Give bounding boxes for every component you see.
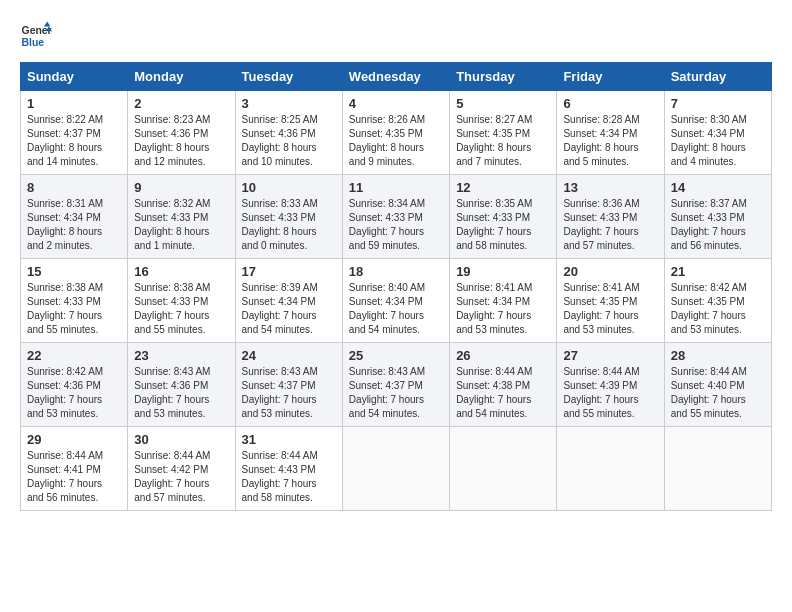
day-number: 1 — [27, 96, 121, 111]
cell-details: Sunrise: 8:44 AM Sunset: 4:40 PM Dayligh… — [671, 365, 765, 421]
calendar-cell: 26 Sunrise: 8:44 AM Sunset: 4:38 PM Dayl… — [450, 343, 557, 427]
cell-details: Sunrise: 8:25 AM Sunset: 4:36 PM Dayligh… — [242, 113, 336, 169]
day-number: 11 — [349, 180, 443, 195]
cell-details: Sunrise: 8:40 AM Sunset: 4:34 PM Dayligh… — [349, 281, 443, 337]
cell-details: Sunrise: 8:39 AM Sunset: 4:34 PM Dayligh… — [242, 281, 336, 337]
calendar-cell: 1 Sunrise: 8:22 AM Sunset: 4:37 PM Dayli… — [21, 91, 128, 175]
calendar-cell: 10 Sunrise: 8:33 AM Sunset: 4:33 PM Dayl… — [235, 175, 342, 259]
cell-details: Sunrise: 8:42 AM Sunset: 4:35 PM Dayligh… — [671, 281, 765, 337]
day-number: 13 — [563, 180, 657, 195]
cell-details: Sunrise: 8:38 AM Sunset: 4:33 PM Dayligh… — [27, 281, 121, 337]
cell-details: Sunrise: 8:28 AM Sunset: 4:34 PM Dayligh… — [563, 113, 657, 169]
day-number: 15 — [27, 264, 121, 279]
calendar-cell: 19 Sunrise: 8:41 AM Sunset: 4:34 PM Dayl… — [450, 259, 557, 343]
calendar-cell: 27 Sunrise: 8:44 AM Sunset: 4:39 PM Dayl… — [557, 343, 664, 427]
day-number: 19 — [456, 264, 550, 279]
cell-details: Sunrise: 8:27 AM Sunset: 4:35 PM Dayligh… — [456, 113, 550, 169]
calendar-cell: 3 Sunrise: 8:25 AM Sunset: 4:36 PM Dayli… — [235, 91, 342, 175]
day-header-wednesday: Wednesday — [342, 63, 449, 91]
day-number: 16 — [134, 264, 228, 279]
day-header-monday: Monday — [128, 63, 235, 91]
calendar-cell: 8 Sunrise: 8:31 AM Sunset: 4:34 PM Dayli… — [21, 175, 128, 259]
day-number: 10 — [242, 180, 336, 195]
day-number: 6 — [563, 96, 657, 111]
calendar-cell — [557, 427, 664, 511]
svg-marker-2 — [44, 22, 50, 27]
calendar-cell: 7 Sunrise: 8:30 AM Sunset: 4:34 PM Dayli… — [664, 91, 771, 175]
day-number: 22 — [27, 348, 121, 363]
day-number: 20 — [563, 264, 657, 279]
cell-details: Sunrise: 8:33 AM Sunset: 4:33 PM Dayligh… — [242, 197, 336, 253]
calendar-cell — [664, 427, 771, 511]
cell-details: Sunrise: 8:43 AM Sunset: 4:37 PM Dayligh… — [242, 365, 336, 421]
calendar-table: SundayMondayTuesdayWednesdayThursdayFrid… — [20, 62, 772, 511]
day-number: 18 — [349, 264, 443, 279]
day-number: 29 — [27, 432, 121, 447]
calendar-cell: 20 Sunrise: 8:41 AM Sunset: 4:35 PM Dayl… — [557, 259, 664, 343]
cell-details: Sunrise: 8:44 AM Sunset: 4:38 PM Dayligh… — [456, 365, 550, 421]
day-number: 26 — [456, 348, 550, 363]
cell-details: Sunrise: 8:37 AM Sunset: 4:33 PM Dayligh… — [671, 197, 765, 253]
day-number: 27 — [563, 348, 657, 363]
cell-details: Sunrise: 8:35 AM Sunset: 4:33 PM Dayligh… — [456, 197, 550, 253]
day-number: 8 — [27, 180, 121, 195]
cell-details: Sunrise: 8:22 AM Sunset: 4:37 PM Dayligh… — [27, 113, 121, 169]
day-header-sunday: Sunday — [21, 63, 128, 91]
calendar-cell: 16 Sunrise: 8:38 AM Sunset: 4:33 PM Dayl… — [128, 259, 235, 343]
week-row-2: 8 Sunrise: 8:31 AM Sunset: 4:34 PM Dayli… — [21, 175, 772, 259]
calendar-cell: 31 Sunrise: 8:44 AM Sunset: 4:43 PM Dayl… — [235, 427, 342, 511]
week-row-4: 22 Sunrise: 8:42 AM Sunset: 4:36 PM Dayl… — [21, 343, 772, 427]
calendar-cell: 25 Sunrise: 8:43 AM Sunset: 4:37 PM Dayl… — [342, 343, 449, 427]
header: General Blue — [20, 20, 772, 52]
day-number: 17 — [242, 264, 336, 279]
day-number: 24 — [242, 348, 336, 363]
cell-details: Sunrise: 8:44 AM Sunset: 4:43 PM Dayligh… — [242, 449, 336, 505]
calendar-cell: 5 Sunrise: 8:27 AM Sunset: 4:35 PM Dayli… — [450, 91, 557, 175]
day-header-friday: Friday — [557, 63, 664, 91]
calendar-cell: 12 Sunrise: 8:35 AM Sunset: 4:33 PM Dayl… — [450, 175, 557, 259]
week-row-5: 29 Sunrise: 8:44 AM Sunset: 4:41 PM Dayl… — [21, 427, 772, 511]
calendar-cell: 15 Sunrise: 8:38 AM Sunset: 4:33 PM Dayl… — [21, 259, 128, 343]
calendar-cell: 29 Sunrise: 8:44 AM Sunset: 4:41 PM Dayl… — [21, 427, 128, 511]
day-header-thursday: Thursday — [450, 63, 557, 91]
day-number: 7 — [671, 96, 765, 111]
calendar-cell: 6 Sunrise: 8:28 AM Sunset: 4:34 PM Dayli… — [557, 91, 664, 175]
day-number: 31 — [242, 432, 336, 447]
calendar-cell: 28 Sunrise: 8:44 AM Sunset: 4:40 PM Dayl… — [664, 343, 771, 427]
calendar-cell: 17 Sunrise: 8:39 AM Sunset: 4:34 PM Dayl… — [235, 259, 342, 343]
cell-details: Sunrise: 8:34 AM Sunset: 4:33 PM Dayligh… — [349, 197, 443, 253]
calendar-cell: 24 Sunrise: 8:43 AM Sunset: 4:37 PM Dayl… — [235, 343, 342, 427]
week-row-3: 15 Sunrise: 8:38 AM Sunset: 4:33 PM Dayl… — [21, 259, 772, 343]
day-number: 25 — [349, 348, 443, 363]
cell-details: Sunrise: 8:23 AM Sunset: 4:36 PM Dayligh… — [134, 113, 228, 169]
day-number: 5 — [456, 96, 550, 111]
cell-details: Sunrise: 8:43 AM Sunset: 4:36 PM Dayligh… — [134, 365, 228, 421]
logo: General Blue — [20, 20, 52, 52]
week-row-1: 1 Sunrise: 8:22 AM Sunset: 4:37 PM Dayli… — [21, 91, 772, 175]
day-number: 23 — [134, 348, 228, 363]
cell-details: Sunrise: 8:36 AM Sunset: 4:33 PM Dayligh… — [563, 197, 657, 253]
cell-details: Sunrise: 8:44 AM Sunset: 4:41 PM Dayligh… — [27, 449, 121, 505]
calendar-cell — [450, 427, 557, 511]
calendar-cell: 4 Sunrise: 8:26 AM Sunset: 4:35 PM Dayli… — [342, 91, 449, 175]
calendar-cell: 23 Sunrise: 8:43 AM Sunset: 4:36 PM Dayl… — [128, 343, 235, 427]
calendar-cell: 9 Sunrise: 8:32 AM Sunset: 4:33 PM Dayli… — [128, 175, 235, 259]
calendar-cell — [342, 427, 449, 511]
day-number: 14 — [671, 180, 765, 195]
calendar-cell: 18 Sunrise: 8:40 AM Sunset: 4:34 PM Dayl… — [342, 259, 449, 343]
calendar-cell: 11 Sunrise: 8:34 AM Sunset: 4:33 PM Dayl… — [342, 175, 449, 259]
day-number: 21 — [671, 264, 765, 279]
cell-details: Sunrise: 8:43 AM Sunset: 4:37 PM Dayligh… — [349, 365, 443, 421]
day-header-tuesday: Tuesday — [235, 63, 342, 91]
cell-details: Sunrise: 8:30 AM Sunset: 4:34 PM Dayligh… — [671, 113, 765, 169]
cell-details: Sunrise: 8:44 AM Sunset: 4:42 PM Dayligh… — [134, 449, 228, 505]
calendar-cell: 14 Sunrise: 8:37 AM Sunset: 4:33 PM Dayl… — [664, 175, 771, 259]
cell-details: Sunrise: 8:32 AM Sunset: 4:33 PM Dayligh… — [134, 197, 228, 253]
calendar-cell: 13 Sunrise: 8:36 AM Sunset: 4:33 PM Dayl… — [557, 175, 664, 259]
day-number: 30 — [134, 432, 228, 447]
calendar-cell: 30 Sunrise: 8:44 AM Sunset: 4:42 PM Dayl… — [128, 427, 235, 511]
day-number: 2 — [134, 96, 228, 111]
day-header-saturday: Saturday — [664, 63, 771, 91]
cell-details: Sunrise: 8:41 AM Sunset: 4:34 PM Dayligh… — [456, 281, 550, 337]
cell-details: Sunrise: 8:31 AM Sunset: 4:34 PM Dayligh… — [27, 197, 121, 253]
